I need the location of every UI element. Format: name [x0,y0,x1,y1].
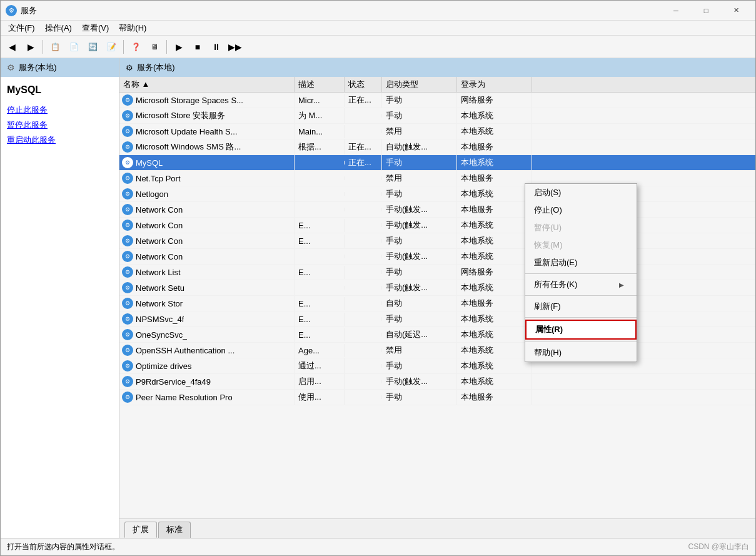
table-row[interactable]: ⚙ Network Con 手动(触发... 本地系统 [119,249,755,265]
row-login: 本地服务 [457,139,532,154]
toolbar-btn-4[interactable]: 📝 [103,38,120,56]
maximize-button[interactable]: □ [692,1,720,21]
table-row[interactable]: ⚙ Optimize drives 通过... 手动 本地系统 [119,358,755,374]
service-display-name: MySQL [7,84,113,96]
row-name: Microsoft Update Health S... [136,127,238,136]
bottom-tabs: 扩展 标准 [119,518,755,538]
services-table[interactable]: 名称 ▲ 描述 状态 启动类型 登录为 ⚙ Microsoft Storage … [119,77,755,518]
row-startup: 手动(触发... [382,218,457,233]
row-name-cell: ⚙ Net.Tcp Port [119,171,295,186]
row-login: 本地系统 [457,249,532,264]
row-name: MySQL [136,158,163,168]
table-row[interactable]: ⚙ Microsoft Storage Spaces S... Micr... … [119,93,755,108]
table-row[interactable]: ⚙ Network List E... 手动 网络服务 [119,265,755,280]
resume-button[interactable]: ▶▶ [226,38,244,56]
row-desc: Age... [295,344,345,357]
tab-standard[interactable]: 标准 [158,522,191,538]
row-status [345,129,382,133]
row-name: Microsoft Store 安装服务 [136,110,225,121]
row-login: 本地系统 [457,218,532,233]
close-button[interactable]: ✕ [722,1,750,21]
forward-button[interactable]: ▶ [22,38,39,56]
ctx-item-label: 刷新(F) [534,301,561,312]
toolbar-btn-2[interactable]: 📄 [65,38,83,56]
row-login: 本地系统 [457,343,532,358]
context-menu-item[interactable]: 停止(O) [525,201,637,219]
service-icon: ⚙ [122,376,133,387]
left-panel-title: 服务(本地) [19,62,57,73]
row-desc: E... [295,235,345,248]
row-name: NPSMSvc_4f [136,315,184,324]
table-row[interactable]: ⚙ Microsoft Store 安装服务 为 M... 手动 本地系统 [119,108,755,124]
row-login: 本地系统 [457,311,532,326]
service-icon: ⚙ [122,266,133,278]
service-icon: ⚙ [122,220,133,231]
row-startup: 手动 [382,155,457,170]
row-startup: 自动(延迟... [382,327,457,342]
service-icon: ⚙ [122,345,133,356]
table-row[interactable]: ⚙ Network Setu 手动(触发... 本地系统 [119,280,755,296]
right-panel-title: 服务(本地) [137,62,175,73]
row-startup: 禁用 [382,124,457,139]
row-name-cell: ⚙ Microsoft Windows SMS 路... [119,139,295,154]
app-icon: ⚙ [6,5,17,16]
table-row[interactable]: ⚙ MySQL 正在... 手动 本地系统 [119,155,755,171]
stop-service-link[interactable]: 停止此服务 [7,104,113,116]
minimize-button[interactable]: ─ [662,1,690,21]
toolbar-btn-5[interactable]: ❓ [127,38,144,56]
toolbar-btn-3[interactable]: 🔄 [84,38,101,56]
table-row[interactable]: ⚙ Network Con E... 手动(触发... 本地系统 [119,218,755,233]
table-row[interactable]: ⚙ OneSyncSvc_ E... 自动(延迟... 本地系统 [119,327,755,343]
stop-button[interactable]: ■ [189,38,206,56]
row-login: 网络服务 [457,265,532,280]
table-row[interactable]: ⚙ Peer Name Resolution Pro 使用... 手动 本地服务 [119,390,755,405]
menu-file[interactable]: 文件(F) [3,21,40,35]
service-icon: ⚙ [122,329,133,340]
table-row[interactable]: ⚙ Net.Tcp Port 禁用 本地服务 [119,171,755,186]
service-icon: ⚙ [122,298,133,309]
service-info: MySQL 停止此服务 暂停此服务 重启动此服务 [1,77,119,157]
row-name: Network List [136,268,181,277]
toolbar-btn-1[interactable]: 📋 [46,38,64,56]
context-menu-item[interactable]: 所有任务(K)▶ [525,276,637,293]
table-row[interactable]: ⚙ Microsoft Windows SMS 路... 根据... 正在...… [119,139,755,155]
toolbar-btn-6[interactable]: 🖥 [146,38,163,56]
service-icon: ⚙ [122,360,133,372]
restart-service-link[interactable]: 重启动此服务 [7,134,113,146]
table-row[interactable]: ⚙ Netlogon 手动 本地系统 [119,186,755,202]
tab-extended[interactable]: 扩展 [124,522,157,538]
back-button[interactable]: ◀ [3,38,21,56]
context-menu-item[interactable]: 属性(R) [525,320,637,340]
menu-view[interactable]: 查看(V) [77,21,114,35]
menu-help[interactable]: 帮助(H) [114,21,151,35]
row-desc: 启用... [295,374,345,389]
menu-action[interactable]: 操作(A) [40,21,77,35]
row-login: 本地服务 [457,390,532,405]
row-startup: 手动 [382,186,457,201]
row-login: 本地服务 [457,202,532,217]
pause-service-link[interactable]: 暂停此服务 [7,119,113,131]
status-bar: 打开当前所选内容的属性对话框。 CSDN @寒山李白 [1,538,755,555]
table-row[interactable]: ⚙ Network Con E... 手动 本地系统 [119,233,755,249]
row-name: Network Con [136,252,183,261]
row-desc [295,176,345,180]
context-menu-item[interactable]: 刷新(F) [525,298,637,315]
row-name: Net.Tcp Port [136,174,181,183]
table-row[interactable]: ⚙ Network Con 手动(触发... 本地服务 [119,202,755,218]
ctx-item-label: 暂停(U) [534,222,562,233]
table-row[interactable]: ⚙ Microsoft Update Health S... Main... 禁… [119,124,755,139]
table-row[interactable]: ⚙ NPSMSvc_4f E... 手动 本地系统 [119,311,755,327]
pause-button[interactable]: ⏸ [208,38,225,56]
table-row[interactable]: ⚙ OpenSSH Authentication ... Age... 禁用 本… [119,343,755,358]
row-startup: 禁用 [382,343,457,358]
table-row[interactable]: ⚙ Network Stor E... 自动 本地服务 [119,296,755,311]
row-name: Network Con [136,221,183,230]
row-name-cell: ⚙ Network List [119,265,295,280]
context-menu-item[interactable]: 帮助(H) [525,344,637,361]
table-row[interactable]: ⚙ P9RdrService_4fa49 启用... 手动(触发... 本地系统 [119,374,755,390]
context-menu-item[interactable]: 重新启动(E) [525,254,637,271]
row-login: 本地系统 [457,233,532,248]
context-menu-item[interactable]: 启动(S) [525,184,637,201]
ctx-item-label: 停止(O) [534,205,562,216]
play-button[interactable]: ▶ [170,38,188,56]
